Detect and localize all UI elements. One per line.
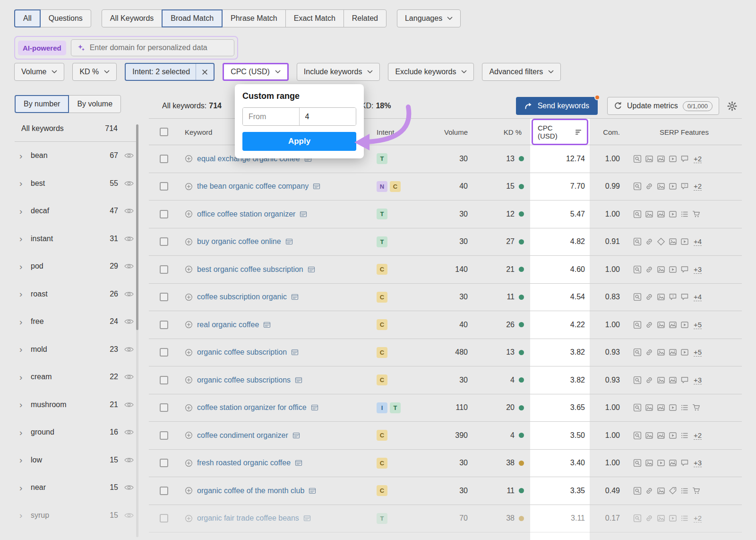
column-header-cpc[interactable]: CPC (USD) [532, 119, 588, 145]
serp-preview-icon[interactable] [292, 432, 300, 439]
toggle-by-volume[interactable]: By volume [69, 95, 121, 113]
row-checkbox[interactable] [160, 321, 168, 329]
to-input[interactable] [300, 108, 356, 125]
row-checkbox[interactable] [160, 403, 168, 412]
serp-preview-icon[interactable] [263, 321, 271, 329]
add-keyword-icon[interactable] [185, 321, 193, 329]
add-keyword-icon[interactable] [185, 155, 193, 163]
keyword-group-syrup[interactable]: ›syrup15 [15, 502, 138, 530]
add-keyword-icon[interactable] [185, 404, 193, 412]
keyword-group-best[interactable]: ›best55 [15, 170, 138, 198]
tab-related[interactable]: Related [344, 9, 387, 27]
serp-preview-icon[interactable] [311, 404, 318, 411]
toggle-by-number[interactable]: By number [15, 95, 69, 113]
tab-all[interactable]: All [14, 9, 41, 27]
eye-icon[interactable] [124, 208, 135, 214]
filter-kd[interactable]: KD % [72, 63, 117, 81]
column-header-com[interactable]: Com. [590, 128, 627, 136]
keyword-group-free[interactable]: ›free24 [15, 308, 138, 336]
add-keyword-icon[interactable] [185, 293, 193, 301]
serp-more-link[interactable]: +3 [694, 459, 702, 467]
add-keyword-icon[interactable] [185, 183, 193, 191]
serp-more-link[interactable]: +4 [694, 237, 702, 246]
add-keyword-icon[interactable] [185, 238, 193, 246]
keyword-group-decaf[interactable]: ›decaf47 [15, 197, 138, 225]
add-keyword-icon[interactable] [185, 265, 193, 273]
serp-more-link[interactable]: +2 [694, 182, 702, 191]
row-checkbox[interactable] [160, 459, 168, 467]
keyword-group-instant[interactable]: ›instant31 [15, 225, 138, 253]
keyword-link[interactable]: organic coffee of the month club [197, 487, 304, 495]
keyword-group-low[interactable]: ›low15 [15, 446, 138, 474]
row-checkbox[interactable] [160, 210, 168, 218]
eye-icon[interactable] [124, 512, 135, 519]
keyword-link[interactable]: coffee condiment organizer [197, 431, 288, 440]
apply-button[interactable]: Apply [242, 132, 356, 151]
row-checkbox[interactable] [160, 155, 168, 163]
send-keywords-button[interactable]: Send keywords [516, 97, 598, 115]
serp-preview-icon[interactable] [300, 210, 307, 218]
row-checkbox[interactable] [160, 182, 168, 191]
tab-all-keywords[interactable]: All Keywords [102, 9, 162, 27]
add-keyword-icon[interactable] [185, 514, 193, 523]
serp-more-link[interactable]: +2 [694, 431, 702, 440]
keyword-group-pod[interactable]: ›pod29 [15, 253, 138, 280]
add-keyword-icon[interactable] [185, 487, 193, 495]
serp-preview-icon[interactable] [309, 487, 316, 495]
tab-exact-match[interactable]: Exact Match [285, 9, 344, 27]
keyword-link[interactable]: fresh roasted organic coffee [197, 459, 291, 467]
tab-phrase-match[interactable]: Phrase Match [222, 9, 286, 27]
serp-preview-icon[interactable] [285, 238, 293, 245]
keyword-group-ground[interactable]: ›ground16 [15, 418, 138, 446]
row-checkbox[interactable] [160, 293, 168, 301]
eye-icon[interactable] [124, 180, 135, 187]
keyword-link[interactable]: coffee subscription organic [197, 293, 287, 301]
keyword-link[interactable]: organic fair trade coffee beans [197, 514, 299, 523]
eye-icon[interactable] [124, 291, 135, 297]
add-keyword-icon[interactable] [185, 376, 193, 384]
filter-intent[interactable]: Intent: 2 selected [125, 63, 215, 81]
filter-advanced[interactable]: Advanced filters [482, 63, 561, 81]
column-header-kd[interactable]: KD % [472, 128, 530, 136]
serp-more-link[interactable]: +3 [694, 265, 702, 274]
eye-icon[interactable] [124, 318, 135, 325]
domain-input-wrap[interactable] [71, 39, 234, 56]
keyword-link[interactable]: real organic coffee [197, 321, 259, 329]
keyword-link[interactable]: coffee station organizer for office [197, 403, 307, 412]
add-keyword-icon[interactable] [185, 459, 193, 467]
add-keyword-icon[interactable] [185, 210, 193, 218]
eye-icon[interactable] [124, 235, 135, 242]
serp-more-link[interactable]: +2 [694, 155, 702, 163]
row-checkbox[interactable] [160, 265, 168, 274]
keyword-group-cream[interactable]: ›cream22 [15, 363, 138, 391]
serp-preview-icon[interactable] [295, 459, 302, 467]
serp-preview-icon[interactable] [291, 348, 299, 356]
keyword-group-mushroom[interactable]: ›mushroom21 [15, 391, 138, 419]
filter-cpc[interactable]: CPC (USD) [223, 63, 289, 81]
serp-more-link[interactable]: +2 [694, 514, 702, 523]
keyword-group-roast[interactable]: ›roast26 [15, 280, 138, 308]
clear-intent-filter-button[interactable] [196, 64, 214, 80]
row-checkbox[interactable] [160, 431, 168, 440]
from-input[interactable] [243, 108, 300, 125]
serp-more-link[interactable]: +5 [694, 321, 702, 329]
filter-exclude-keywords[interactable]: Exclude keywords [388, 63, 474, 81]
serp-preview-icon[interactable] [291, 293, 299, 301]
eye-icon[interactable] [124, 346, 135, 353]
add-keyword-icon[interactable] [185, 431, 193, 439]
filter-include-keywords[interactable]: Include keywords [297, 63, 380, 81]
languages-dropdown[interactable]: Languages [397, 9, 461, 27]
row-checkbox[interactable] [160, 348, 168, 357]
row-checkbox[interactable] [160, 514, 168, 523]
select-all-checkbox[interactable] [160, 128, 168, 136]
add-keyword-icon[interactable] [185, 348, 193, 357]
eye-icon[interactable] [124, 457, 135, 463]
serp-more-link[interactable]: +5 [694, 348, 702, 357]
serp-preview-icon[interactable] [295, 376, 302, 384]
column-header-intent[interactable]: Intent [372, 128, 413, 136]
update-metrics-button[interactable]: Update metrics 0/1,000 [607, 97, 719, 115]
serp-preview-icon[interactable] [303, 514, 311, 522]
eye-icon[interactable] [124, 374, 135, 380]
eye-icon[interactable] [124, 484, 135, 491]
row-checkbox[interactable] [160, 487, 168, 495]
